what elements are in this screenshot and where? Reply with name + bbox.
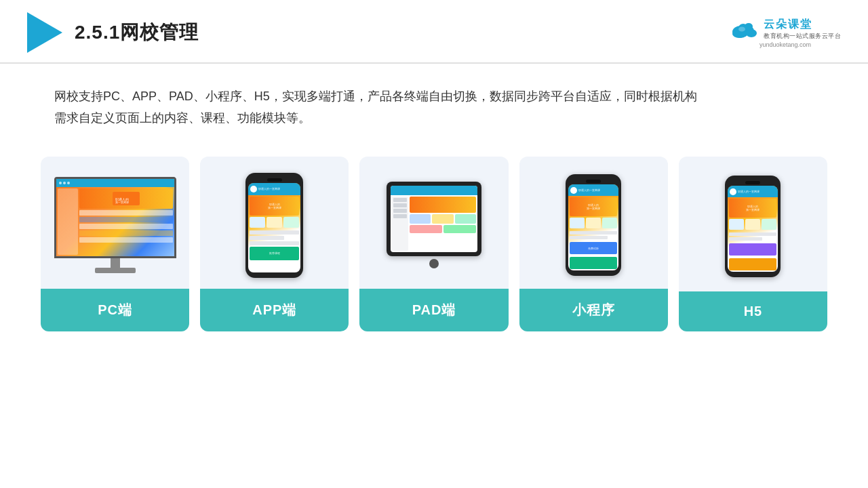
- pad-visual: [359, 157, 508, 289]
- brand-tagline: 教育机构一站式服务云平台: [764, 32, 841, 41]
- h5-card[interactable]: 职通人的一堂网课 职通人的第一堂网课: [679, 157, 827, 331]
- miniapp-visual: 职通人的一堂网课 职通人的第一堂网课: [519, 157, 668, 289]
- app-label: APP端: [200, 289, 349, 331]
- page-title: 2.5.1网校管理: [75, 20, 199, 45]
- h5-phone-icon: 职通人的一堂网课 职通人的第一堂网课: [725, 176, 781, 277]
- miniapp-phone-icon: 职通人的一堂网课 职通人的第一堂网课: [566, 174, 621, 276]
- app-phone-body: 职通人的一堂网课 职通人的第一堂网课: [245, 173, 303, 278]
- logo-triangle-icon: [27, 12, 62, 53]
- pc-visual: 职通人的 第一堂网课: [41, 157, 189, 289]
- h5-phone-body: 职通人的一堂网课 职通人的第一堂网课: [725, 176, 781, 277]
- miniapp-card[interactable]: 职通人的一堂网课 职通人的第一堂网课: [519, 157, 668, 331]
- pc-label: PC端: [41, 289, 189, 331]
- h5-visual: 职通人的一堂网课 职通人的第一堂网课: [679, 157, 827, 291]
- svg-point-5: [745, 23, 753, 30]
- svg-point-6: [738, 26, 745, 31]
- miniapp-phone-body: 职通人的一堂网课 职通人的第一堂网课: [566, 174, 621, 276]
- pad-card[interactable]: PAD端: [359, 157, 508, 331]
- app-visual: 职通人的一堂网课 职通人的第一堂网课: [200, 157, 349, 289]
- brand-text: 云朵课堂 教育机构一站式服务云平台: [764, 18, 841, 41]
- header-left: 2.5.1网校管理: [27, 12, 199, 53]
- pad-tablet-icon: [387, 182, 481, 268]
- miniapp-label: 小程序: [519, 289, 668, 331]
- cloud-icon: [730, 20, 760, 39]
- device-cards-area: 职通人的 第一堂网课: [0, 129, 868, 331]
- h5-label: H5: [679, 291, 827, 331]
- brand-logo-area: 云朵课堂 教育机构一站式服务云平台 yunduoketang.com: [730, 18, 841, 48]
- brand-logo: 云朵课堂 教育机构一站式服务云平台: [730, 18, 841, 41]
- pc-card[interactable]: 职通人的 第一堂网课: [41, 157, 189, 331]
- svg-text:第一堂网课: 第一堂网课: [115, 201, 129, 204]
- description-text: 网校支持PC、APP、PAD、小程序、H5，实现多端打通，产品各终端自由切换，数…: [0, 64, 868, 129]
- pc-monitor-icon: 职通人的 第一堂网课: [54, 177, 176, 273]
- svg-point-2: [746, 29, 757, 37]
- app-card[interactable]: 职通人的一堂网课 职通人的第一堂网课: [200, 157, 349, 331]
- brand-domain: yunduoketang.com: [760, 41, 811, 48]
- app-phone-icon: 职通人的一堂网课 职通人的第一堂网课: [245, 173, 303, 278]
- brand-name: 云朵课堂: [764, 18, 812, 32]
- pad-label: PAD端: [359, 289, 508, 331]
- description-paragraph: 网校支持PC、APP、PAD、小程序、H5，实现多端打通，产品各终端自由切换，数…: [54, 85, 814, 129]
- header: 2.5.1网校管理 云朵课堂 教育机构一站式服务云平台 yunduoketang…: [0, 0, 868, 64]
